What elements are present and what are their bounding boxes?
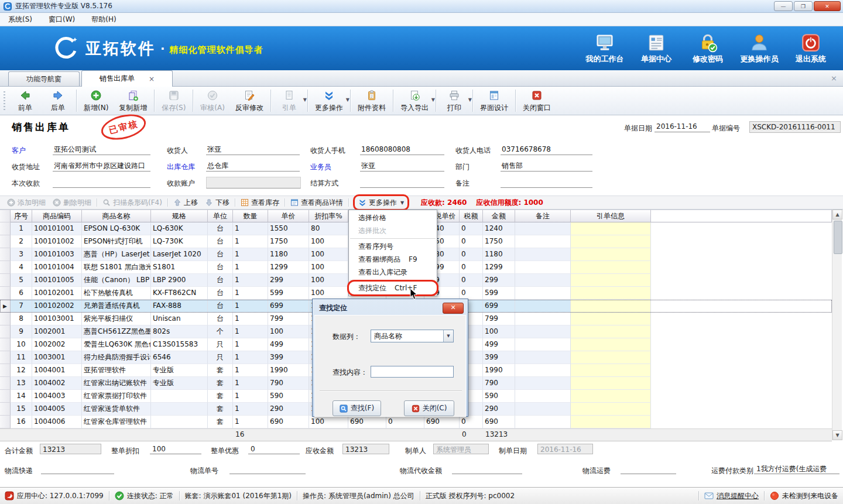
cell[interactable]: 12 xyxy=(11,364,32,377)
toolbar-ui-design[interactable]: 界面设计 xyxy=(475,87,513,115)
field-warehouse[interactable]: 总仓库 xyxy=(206,160,300,172)
cell[interactable]: 红管家票据打印软件 xyxy=(82,390,151,403)
cell[interactable]: 0 xyxy=(460,235,483,248)
cell[interactable]: 802s xyxy=(151,325,208,338)
field-settlement[interactable] xyxy=(360,177,444,188)
cell[interactable]: 套 xyxy=(208,390,233,403)
cell[interactable]: 套 xyxy=(208,364,233,377)
cell[interactable]: 1004005 xyxy=(32,403,82,416)
cell[interactable]: 100101003 xyxy=(32,248,82,261)
cell[interactable]: LQ-730K xyxy=(151,235,208,248)
cell[interactable] xyxy=(571,300,651,313)
scrollbar-thumb[interactable] xyxy=(834,221,842,254)
cell[interactable]: 2 xyxy=(11,235,32,248)
cell[interactable]: 1 xyxy=(233,390,268,403)
cell[interactable]: 399 xyxy=(483,351,515,364)
field-consignee-mobile[interactable]: 18608080808 xyxy=(360,144,444,155)
cell[interactable]: 299 xyxy=(483,274,515,287)
cell[interactable] xyxy=(571,325,651,338)
column-header-11[interactable]: 税额 xyxy=(460,210,483,222)
cell[interactable] xyxy=(515,390,571,403)
cell[interactable] xyxy=(151,403,208,416)
cell[interactable] xyxy=(515,351,571,364)
cell[interactable]: 1180 xyxy=(268,248,309,261)
cell[interactable]: C13S015583 xyxy=(151,338,208,351)
column-header-6[interactable]: 单价 xyxy=(268,210,309,222)
cell[interactable]: 1 xyxy=(233,274,268,287)
cell[interactable]: 690 xyxy=(268,416,309,428)
minimize-button[interactable]: — xyxy=(774,1,793,11)
field-payment[interactable] xyxy=(53,177,150,188)
cell[interactable] xyxy=(515,235,571,248)
dropdown-arrow-icon[interactable]: ▼ xyxy=(431,97,435,102)
cell[interactable]: 1 xyxy=(233,261,268,274)
cell[interactable]: 6546 xyxy=(151,351,208,364)
cell[interactable]: 1750 xyxy=(268,235,309,248)
cell[interactable]: 1990 xyxy=(483,364,515,377)
menu-item-view-inout-records[interactable]: 查看出入库记录 xyxy=(349,266,437,279)
toolbar-prev-doc[interactable]: 前单 xyxy=(9,87,42,115)
toolbar-copy-new[interactable]: 复制新增 xyxy=(114,87,152,115)
field-address[interactable]: 河南省郑州市中原区建设路口 xyxy=(53,160,150,172)
column-header-13[interactable]: 备注 xyxy=(515,210,571,222)
cell[interactable]: 13 xyxy=(11,377,32,390)
footer-value-logistics-express[interactable] xyxy=(41,464,114,474)
cell[interactable]: 3 xyxy=(11,248,32,261)
cell[interactable]: 1 xyxy=(233,377,268,390)
cell[interactable] xyxy=(151,416,208,428)
cell[interactable]: 1 xyxy=(233,416,268,428)
cell[interactable]: 0 xyxy=(460,222,483,235)
cell[interactable]: Uniscan xyxy=(151,313,208,325)
cell[interactable]: 4 xyxy=(11,261,32,274)
cell[interactable]: 599 xyxy=(483,287,515,300)
cell[interactable]: 80 xyxy=(309,222,348,235)
cell[interactable]: LQ-630K xyxy=(151,222,208,235)
cell[interactable]: S1801 xyxy=(151,261,208,274)
cell[interactable]: 台 xyxy=(208,222,233,235)
data-column-select[interactable]: 商品名称 ▼ xyxy=(371,330,454,342)
cell[interactable]: 台 xyxy=(208,274,233,287)
cell[interactable] xyxy=(515,338,571,351)
cell[interactable]: 1004003 xyxy=(32,390,82,403)
menu-item-find-locate[interactable]: 查找定位Ctrl+F xyxy=(349,282,437,294)
cell[interactable]: KX-FT862CN xyxy=(151,287,208,300)
cell[interactable]: 699 xyxy=(483,300,515,313)
scroll-up-icon[interactable]: ▲ xyxy=(832,210,842,220)
tab-nav[interactable]: 功能导航窗 xyxy=(8,71,80,86)
cell[interactable]: 16 xyxy=(11,416,32,428)
cell[interactable]: 1 xyxy=(233,313,268,325)
status-message-center[interactable]: 消息提醒中心 xyxy=(704,491,759,501)
detail-more-operations[interactable]: 更多操作▼ xyxy=(355,196,407,209)
cell[interactable] xyxy=(515,377,571,390)
table-row[interactable]: 161004006红管家仓库管理软件套169010069006900690 xyxy=(0,416,832,428)
cell[interactable] xyxy=(515,313,571,325)
cell[interactable] xyxy=(571,222,651,235)
cell[interactable]: 红管家仓库管理软件 xyxy=(82,416,151,428)
cell[interactable]: 100101005 xyxy=(32,274,82,287)
cell[interactable]: 1990 xyxy=(268,364,309,377)
cell[interactable]: 100101002 xyxy=(32,235,82,248)
cell[interactable]: 紫光平板扫描仪 xyxy=(82,313,151,325)
cell[interactable]: 惠普CH561ZZ黑色墨盒 xyxy=(82,325,151,338)
column-header-1[interactable]: 商品编码 xyxy=(32,210,82,222)
field-customer[interactable]: 亚拓公司测试 xyxy=(53,144,150,155)
cell[interactable] xyxy=(571,313,651,325)
cell[interactable]: 1 xyxy=(233,222,268,235)
cell[interactable]: 790 xyxy=(483,377,515,390)
cell[interactable]: 1299 xyxy=(268,261,309,274)
cell[interactable]: 299 xyxy=(268,274,309,287)
cell[interactable]: 1003001 xyxy=(32,351,82,364)
column-header-2[interactable]: 商品名称 xyxy=(82,210,151,222)
cell[interactable]: 499 xyxy=(268,338,309,351)
cell[interactable]: 699 xyxy=(268,300,309,313)
cell[interactable] xyxy=(571,390,651,403)
cell[interactable]: 1004001 xyxy=(32,364,82,377)
dialog-close-icon[interactable]: ✕ xyxy=(443,303,464,314)
cell[interactable]: 790 xyxy=(268,377,309,390)
detail-move-up[interactable]: 上移 xyxy=(170,196,201,209)
toolbar-unaudit[interactable]: 反审修改 xyxy=(230,87,269,115)
menu-item-1[interactable]: 窗口(W) xyxy=(49,15,75,25)
cell[interactable]: 100 xyxy=(309,287,348,300)
menu-item-view-serial[interactable]: 查看序列号 xyxy=(349,240,437,253)
cell[interactable] xyxy=(571,364,651,377)
